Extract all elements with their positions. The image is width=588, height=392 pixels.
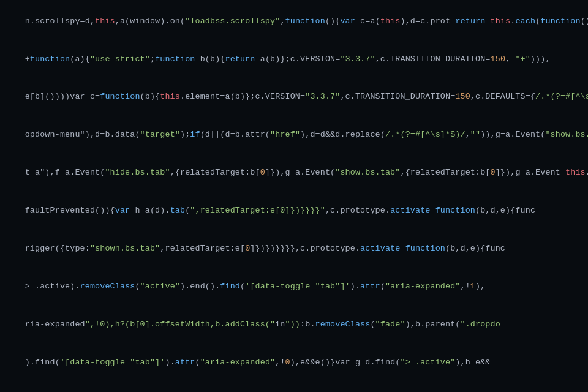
code-line: opdown-menu"),d=b.data("target");if(d||(… <box>0 116 588 154</box>
code-line: ria-expanded",!0),h?(b[0].offsetWidth,b.… <box>0 306 588 344</box>
code-line: ).find('[data-toggle="tab"]').attr("aria… <box>0 344 588 382</box>
code-line: +function(a){"use strict";function b(b){… <box>0 40 588 78</box>
code-line: rigger({type:"shown.bs.tab",relatedTarge… <box>0 230 588 268</box>
code-line: e[b]())))var c=function(b){this.element=… <box>0 78 588 116</box>
code-line: t a"),f=a.Event("hide.bs.tab",{relatedTa… <box>0 154 588 192</box>
code-editor: n.scrollspy=d,this,a(window).on("loadbss… <box>0 0 588 392</box>
code-line: > .active).removeClass("active").end().f… <box>0 268 588 306</box>
code-line: n.scrollspy=d,this,a(window).on("loadbss… <box>0 2 588 40</box>
code-line: e")||!!d.find("> .fade").length);g.lengt… <box>0 382 588 392</box>
code-line: faultPrevented()){var h=a(d).tab(",relat… <box>0 192 588 230</box>
